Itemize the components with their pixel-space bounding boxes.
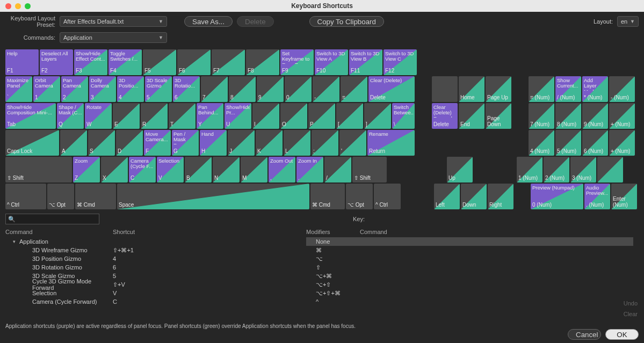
modifier-row[interactable]: ⌥+⌘: [306, 272, 633, 280]
key-j[interactable]: J: [228, 130, 255, 156]
key-shift[interactable]: ⇧ Shift: [5, 157, 72, 183]
key-5num[interactable]: 5 (Num): [555, 130, 581, 156]
list-item[interactable]: 3D Rotation Gizmo6: [5, 263, 300, 272]
key-9num[interactable]: 9 (Num): [582, 103, 608, 129]
key-num[interactable]: = (Num): [529, 76, 554, 102]
key-6[interactable]: 3D Rotatio...6: [173, 76, 200, 102]
key-r[interactable]: R: [141, 103, 168, 129]
key-shift[interactable]: ⇧ Shift: [352, 157, 387, 183]
cancel-button[interactable]: Cancel: [568, 329, 601, 340]
key-[interactable]: =: [341, 76, 367, 102]
key-u[interactable]: Show/Hide Pr...U: [225, 103, 251, 129]
key-8[interactable]: 8: [229, 76, 256, 102]
key-3num[interactable]: 3 (Num): [570, 157, 596, 183]
key-num[interactable]: Add Layer Marker* (Num): [582, 76, 608, 102]
key-k[interactable]: K: [256, 130, 283, 156]
copy-clipboard-button[interactable]: Copy To Clipboard: [309, 16, 384, 27]
save-as-button[interactable]: Save As...: [184, 16, 233, 27]
key-f11[interactable]: Switch to 3D View BF11: [349, 49, 382, 75]
key-t[interactable]: T: [169, 103, 196, 129]
tree-group[interactable]: ▾Application: [5, 237, 300, 246]
key-cmd[interactable]: ⌘ Cmd: [75, 184, 116, 209]
key-[interactable]: ]: [364, 103, 391, 129]
key-num[interactable]: - (Num): [609, 76, 635, 102]
delete-button[interactable]: Delete: [237, 16, 274, 27]
key-h[interactable]: HandH: [200, 130, 227, 156]
key-[interactable]: Zoom In.: [296, 157, 323, 183]
key-f12[interactable]: Switch to 3D View CF12: [383, 49, 417, 75]
modifier-row[interactable]: ^: [306, 297, 633, 306]
key-1[interactable]: Orbit Camera1: [33, 76, 60, 102]
key-end[interactable]: End: [459, 103, 484, 129]
key-f10[interactable]: Switch to 3D View AF10: [315, 49, 348, 75]
key-0[interactable]: 0: [285, 76, 312, 102]
key-2num[interactable]: 2 (Num): [544, 157, 569, 183]
key-c[interactable]: Camera (Cycle F...C: [129, 157, 156, 183]
key-f3[interactable]: Show/Hide Effect Cont...F3: [74, 49, 107, 75]
key-3[interactable]: Dolly Camera3: [89, 76, 116, 102]
key-[interactable]: ;: [312, 130, 338, 156]
key-ctrl[interactable]: ^ Ctrl: [5, 184, 46, 209]
key-o[interactable]: O: [280, 103, 307, 129]
key-num[interactable]: + (Num): [609, 103, 635, 129]
key-[interactable]: Switch Betwee...\: [392, 103, 415, 129]
zoom-window[interactable]: [25, 3, 31, 9]
key-6num[interactable]: 6 (Num): [582, 130, 608, 156]
key-f8[interactable]: F8: [246, 49, 279, 75]
key-num[interactable]: + (Num): [609, 130, 635, 156]
key-a[interactable]: A: [60, 130, 87, 156]
key-space[interactable]: Space: [117, 184, 309, 209]
key-f9[interactable]: Set Keyframe to Easy EaseF9: [280, 49, 314, 75]
key-tab[interactable]: Show/Hide Composition Mini-...Tab: [5, 103, 56, 129]
key-cmd[interactable]: ⌘ Cmd: [310, 184, 345, 209]
key-ctrl[interactable]: ^ Ctrl: [374, 184, 401, 209]
key-[interactable]: ': [339, 130, 366, 156]
key-2[interactable]: Pan Camera2: [61, 76, 88, 102]
key-z[interactable]: ZoomZ: [73, 157, 100, 183]
key-e[interactable]: E: [113, 103, 140, 129]
key-pagedown[interactable]: Page Down: [486, 103, 511, 129]
key-pageup[interactable]: Page Up: [486, 76, 511, 102]
key-f[interactable]: Move Camera...F: [144, 130, 171, 156]
list-item[interactable]: Camera (Cycle Forward)C: [5, 297, 300, 306]
command-list[interactable]: CommandShortcut ▾Application 3D Wirefram…: [5, 227, 300, 306]
key-blank[interactable]: [597, 157, 623, 183]
modifier-row[interactable]: ⇧: [306, 263, 633, 272]
key-f5[interactable]: F5: [143, 49, 176, 75]
key-[interactable]: -: [313, 76, 339, 102]
key-opt[interactable]: ⌥ Opt: [47, 184, 74, 209]
modifier-row[interactable]: None: [306, 237, 633, 246]
key-num[interactable]: Show Current.../ (Num): [555, 76, 581, 102]
preset-dropdown[interactable]: After Effects Default.txt▼: [60, 16, 167, 27]
key-opt[interactable]: ⌥ Opt: [346, 184, 373, 209]
key-1num[interactable]: 1 (Num): [517, 157, 542, 183]
key-enternum[interactable]: Enter (Num): [611, 184, 637, 209]
key-x[interactable]: X: [101, 157, 128, 183]
key-l[interactable]: L: [284, 130, 310, 156]
key-num[interactable]: Audio Preview.... (Num): [584, 184, 610, 209]
key-capslock[interactable]: Caps Lock: [5, 130, 59, 156]
key-9[interactable]: 9: [257, 76, 284, 102]
key-[interactable]: [: [336, 103, 363, 129]
key-7[interactable]: 7: [201, 76, 228, 102]
key-b[interactable]: B: [185, 157, 212, 183]
key-w[interactable]: RotateW: [85, 103, 112, 129]
key-f6[interactable]: F6: [177, 49, 211, 75]
key-[interactable]: Maximize Panel`: [5, 76, 32, 102]
key-f1[interactable]: HelpF1: [5, 49, 39, 75]
key-5[interactable]: 3D Scale Gizmo5: [145, 76, 172, 102]
key-i[interactable]: I: [252, 103, 279, 129]
key-s[interactable]: S: [88, 130, 115, 156]
key-m[interactable]: M: [241, 157, 267, 183]
modifier-list[interactable]: ModifiersCommand None⌘⌥⇧⌥+⌘⌥+⇧⌥+⇧+⌘^: [306, 227, 633, 306]
key-delete[interactable]: Clear (Delete) ForwardDelete: [432, 103, 458, 129]
key-q[interactable]: Shape / Mask (C...Q: [57, 103, 84, 129]
key-n[interactable]: N: [213, 157, 240, 183]
modifier-row[interactable]: ⌘: [306, 246, 633, 254]
search-input[interactable]: 🔍: [5, 214, 99, 224]
key-return[interactable]: RenameReturn: [367, 130, 415, 156]
key-left[interactable]: Left: [434, 184, 460, 209]
key-blank[interactable]: [432, 76, 458, 102]
list-item[interactable]: 3D Position Gizmo4: [5, 254, 300, 263]
undo-button[interactable]: Undo: [624, 300, 638, 306]
